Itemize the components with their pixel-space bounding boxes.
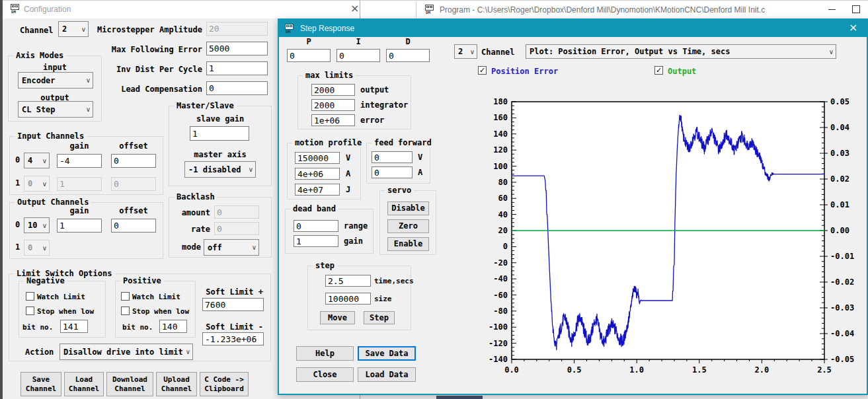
output-checkbox[interactable]: ✓ [654,66,663,75]
svg-text:0.02: 0.02 [830,174,849,184]
velocity-label: V [346,153,350,163]
step-response-titlebar[interactable] [279,20,867,37]
negative-bit-no-label: bit no. [22,323,53,332]
load-data-button[interactable]: Load Data [358,367,416,382]
channel-select[interactable]: 2 ∨ [58,21,89,37]
input-gain-0-input[interactable] [57,154,102,168]
move-button[interactable]: Move [320,311,355,324]
output-offset-0-input[interactable] [111,219,156,233]
backlash-mode-select[interactable]: off ∨ [204,239,259,256]
d-input[interactable] [386,49,430,62]
close-icon[interactable]: × [849,22,857,33]
svg-text:-0.03: -0.03 [830,303,854,312]
servo-title: servo [385,186,414,195]
svg-text:-40: -40 [493,274,508,283]
step-title: step [313,261,337,270]
minimize-icon[interactable] [828,9,836,10]
dead-band-range-input[interactable] [294,220,338,232]
svg-text:-100: -100 [489,322,508,332]
output-channel-1-select[interactable]: 0 ∨ [24,240,50,256]
negative-watch-limit-checkbox[interactable] [26,292,34,301]
soft-limit-plus-input[interactable] [202,298,264,311]
svg-text:-0.02: -0.02 [830,277,854,287]
close-button[interactable]: Close [296,367,354,382]
input-gain-1-input[interactable] [57,177,102,191]
positive-bit-no-input[interactable] [159,320,187,333]
axis-input-value: Encoder [22,76,56,85]
negative-bit-no-input[interactable] [60,320,88,333]
input-channel-0-value: 4 [28,156,32,165]
step-size-input[interactable] [325,293,371,305]
input-channel-0-select[interactable]: 4 ∨ [24,153,50,168]
upload-channel-button[interactable]: Upload Channel [156,372,197,396]
max-output-input[interactable] [311,84,355,96]
velocity-input[interactable] [295,152,340,164]
chevron-down-icon: ∨ [829,48,834,55]
max-following-error-input[interactable] [206,42,268,55]
svg-text:-0.05: -0.05 [830,355,854,364]
input-offset-0-input[interactable] [111,154,156,168]
ff-accel-input[interactable] [372,166,413,178]
max-integrator-input[interactable] [311,99,355,111]
axis-input-select[interactable]: Encoder ∨ [18,72,93,89]
motion-profile-group: motion profile V A J [287,143,361,200]
svg-text:-0.01: -0.01 [830,252,854,261]
slave-gain-label: slave gain [169,114,271,124]
input-channel-1-select[interactable]: 0 ∨ [24,176,50,192]
backlash-amount-input[interactable] [214,205,259,219]
p-input[interactable] [287,49,331,62]
jerk-input[interactable] [295,184,340,196]
servo-zero-button[interactable]: Zero [387,219,429,233]
step-time-input[interactable] [325,275,371,287]
input-offset-1-input[interactable] [111,177,156,191]
positive-limit-group: Positive Watch Limit Stop when low bit n… [115,281,196,338]
position-error-checkbox[interactable]: ✓ [478,66,487,75]
offset-header: offset [111,141,156,151]
maximize-icon[interactable] [852,5,860,13]
jerk-label: J [346,185,350,194]
chevron-down-icon: ∨ [249,166,253,173]
master-slave-group: Master/Slave slave gain master axis -1 d… [169,106,272,186]
svg-text:0.05: 0.05 [830,97,849,106]
close-icon[interactable]: × [350,3,359,14]
backlash-rate-input[interactable] [214,222,259,235]
i-input[interactable] [336,49,380,62]
servo-enable-button[interactable]: Enable [387,237,429,251]
ff-velocity-input[interactable] [372,151,413,163]
negative-stop-when-low-checkbox[interactable] [26,307,34,315]
output-label: Output [668,67,696,76]
svg-text:160: 160 [493,113,508,122]
output-gain-0-input[interactable] [57,219,102,233]
positive-watch-limit-checkbox[interactable] [121,292,130,301]
inv-dist-per-cycle-input[interactable] [206,61,268,75]
accel-input[interactable] [295,168,340,180]
max-error-input[interactable] [311,114,355,126]
step-button[interactable]: Step [364,311,395,324]
master-axis-select[interactable]: -1 disabled ∨ [184,161,256,178]
action-label: Action [25,347,54,357]
save-channel-button[interactable]: Save Channel [20,372,61,396]
lead-compensation-input[interactable] [206,81,268,95]
positive-stop-when-low-label: Stop when low [132,307,189,316]
microstepper-input[interactable] [206,22,268,36]
dm-app-icon: DM [284,23,295,34]
plot-type-select[interactable]: Plot: Position Error, Output vs Time, se… [526,44,836,59]
c-code-clipboard-button[interactable]: C Code -> Clipboard [200,372,249,396]
chevron-down-icon: ∨ [252,244,256,251]
download-channel-button[interactable]: Download Channel [106,372,153,396]
backlash-mode-value: off [208,243,222,252]
axis-output-select[interactable]: CL Step ∨ [18,101,93,118]
help-button[interactable]: Help [296,346,354,361]
slave-gain-input[interactable] [190,126,249,141]
positive-stop-when-low-checkbox[interactable] [121,307,130,315]
output-channel-0-select[interactable]: 10 ∨ [24,217,50,233]
save-data-button[interactable]: Save Data [358,346,416,361]
action-select[interactable]: Disallow drive into limit ∨ [59,344,193,360]
backlash-title: Backlash [174,192,217,201]
soft-limit-minus-input[interactable] [202,332,264,345]
dm-app-icon: DM [9,3,20,14]
plot-channel-select[interactable]: 2 ∨ [454,44,477,59]
dead-band-gain-input[interactable] [294,235,338,247]
load-channel-button[interactable]: Load Channel [64,372,104,396]
servo-disable-button[interactable]: Disable [387,201,429,215]
